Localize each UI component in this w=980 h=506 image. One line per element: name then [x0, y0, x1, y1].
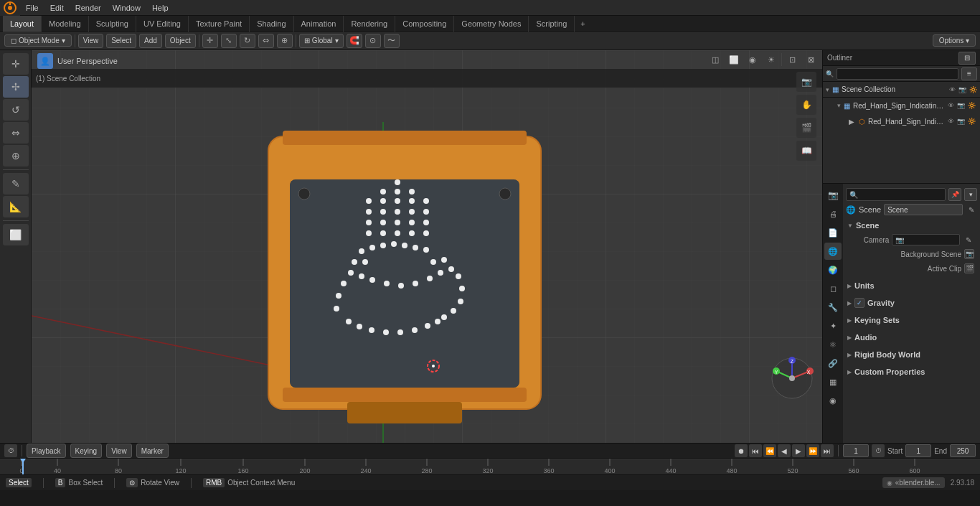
viewport-book-btn[interactable]: 📖 [796, 141, 816, 161]
add-menu[interactable]: Add [139, 34, 162, 48]
item-render-2[interactable]: 🔆 [968, 118, 976, 125]
props-constraints-icon[interactable]: 🔗 [824, 355, 842, 372]
view-dropdown[interactable]: View [106, 444, 132, 458]
scale-icon-btn[interactable]: ⇔ [258, 34, 274, 48]
tab-compositing[interactable]: Compositing [395, 16, 454, 32]
tab-layout[interactable]: Layout [3, 16, 42, 32]
jump-end-btn[interactable]: ⏭ [821, 444, 834, 457]
object-menu[interactable]: Object [165, 34, 196, 48]
end-frame-input[interactable]: 250 [950, 444, 976, 457]
menu-window[interactable]: Window [107, 0, 146, 16]
menu-edit[interactable]: Edit [44, 0, 70, 16]
annotate-tool[interactable]: ✎ [3, 173, 29, 195]
tab-modeling[interactable]: Modeling [42, 16, 89, 32]
eye-icon[interactable]: 👁 [949, 86, 956, 93]
toggle-overlay-btn[interactable]: ⊡ [783, 52, 801, 67]
transform-tool[interactable]: ⊕ [3, 145, 29, 167]
viewport-movie-btn[interactable]: 🎬 [796, 118, 816, 138]
units-section-header[interactable]: ▶ Units [846, 278, 977, 293]
measure-tool[interactable]: 📐 [3, 196, 29, 217]
viewport-3d[interactable]: 👤 User Perspective (1) Scene Collection [32, 50, 822, 443]
timeline-ruler[interactable]: 0 40 80 120 160 200 240 280 320 360 400 … [0, 459, 980, 474]
props-render-icon[interactable]: 📷 [824, 187, 842, 204]
shading-material-btn[interactable]: ◉ [744, 52, 761, 67]
outliner-search-field[interactable] [837, 68, 958, 80]
shading-wireframe-btn[interactable]: ◫ [707, 52, 724, 67]
menu-help[interactable]: Help [146, 0, 174, 16]
camera-view-btn[interactable]: 📷 [796, 72, 816, 92]
item-eye-1[interactable]: 👁 [948, 102, 954, 109]
props-viewlayer-icon[interactable]: 📄 [824, 224, 842, 241]
move-tool[interactable]: ✢ [3, 76, 29, 98]
audio-section-header[interactable]: ▶ Audio [846, 330, 977, 345]
props-physics-icon[interactable]: ⚛ [824, 336, 842, 353]
custom-props-header[interactable]: ▶ Custom Properties [846, 365, 977, 379]
marker-dropdown[interactable]: Marker [136, 444, 169, 458]
transform-dropdown[interactable]: ⊞ Global ▾ [299, 34, 344, 48]
props-modifier-icon[interactable]: 🔧 [824, 299, 842, 316]
play-btn[interactable]: ▶ [792, 444, 805, 457]
clock-btn[interactable]: ⏱ [872, 444, 885, 457]
menu-file[interactable]: File [20, 0, 44, 16]
scene-edit-btn[interactable]: ✎ [966, 204, 977, 215]
cursor-tool[interactable]: ✛ [3, 53, 29, 75]
rigid-body-header[interactable]: ▶ Rigid Body World [846, 347, 977, 362]
object-mode-dropdown[interactable]: ◻ Object Mode ▾ [4, 34, 72, 47]
camera-value[interactable]: 📷 [892, 234, 960, 245]
item-cam-2[interactable]: 📷 [957, 118, 965, 125]
keying-sets-header[interactable]: ▶ Keying Sets [846, 313, 977, 327]
item-render-1[interactable]: 🔆 [968, 102, 976, 109]
scene-section-header[interactable]: ▼ Scene [846, 218, 977, 233]
record-btn[interactable]: ⏺ [735, 444, 748, 457]
step-back-btn[interactable]: ⏪ [763, 444, 776, 457]
rotate-icon-btn[interactable]: ↻ [240, 34, 255, 48]
tab-animation[interactable]: Animation [294, 16, 344, 32]
jump-start-btn[interactable]: ⏮ [749, 444, 762, 457]
props-world-icon[interactable]: 🌍 [824, 261, 842, 278]
navigation-gizmo[interactable]: X Y Z [771, 357, 814, 400]
gravity-section-header[interactable]: ▶ ✓ Gravity [846, 296, 977, 310]
timeline-type-btn[interactable]: ⏱ [4, 444, 17, 457]
render-icon-sm[interactable]: 🔆 [969, 86, 977, 93]
item-cam-1[interactable]: 📷 [957, 102, 965, 109]
props-chevron-btn[interactable]: ▾ [964, 188, 977, 201]
props-object-icon[interactable]: ◻ [824, 280, 842, 297]
viewport-hand-btn[interactable]: ✋ [796, 95, 816, 115]
add-object-tool[interactable]: ⬜ [3, 224, 29, 245]
outliner-item-object[interactable]: ▶ ⬡ Red_Hand_Sign_Indicatin 👁 📷 🔆 [823, 113, 980, 129]
menu-render[interactable]: Render [70, 0, 107, 16]
tab-rendering[interactable]: Rendering [344, 16, 395, 32]
rotate-tool[interactable]: ↺ [3, 99, 29, 121]
pin-btn[interactable]: 📌 [948, 188, 961, 201]
cursor-icon-btn[interactable]: ✛ [202, 34, 218, 48]
item-eye-2[interactable]: 👁 [948, 118, 954, 125]
current-frame-input[interactable]: 1 [843, 444, 869, 457]
props-output-icon[interactable]: 🖨 [824, 205, 842, 222]
filter-btn[interactable]: ⊟ [958, 52, 976, 65]
tab-shading[interactable]: Shading [250, 16, 293, 32]
add-workspace-tab[interactable]: + [575, 19, 590, 28]
outliner-item-collection[interactable]: ▾ ▦ Red_Hand_Sign_Indicating_N... 👁 📷 🔆 [823, 98, 980, 113]
shading-solid-btn[interactable]: ⬜ [725, 52, 743, 67]
tab-scripting[interactable]: Scripting [529, 16, 575, 32]
view-menu[interactable]: View [78, 34, 104, 48]
play-reverse-btn[interactable]: ◀ [778, 444, 791, 457]
move-icon-btn[interactable]: ⤡ [221, 34, 237, 48]
start-frame-input[interactable]: 1 [905, 444, 931, 457]
gravity-checkbox[interactable]: ✓ [854, 298, 864, 308]
tab-uv-editing[interactable]: UV Editing [136, 16, 189, 32]
shading-rendered-btn[interactable]: ☀ [763, 52, 780, 67]
select-menu[interactable]: Select [106, 34, 136, 48]
tab-sculpting[interactable]: Sculpting [89, 16, 136, 32]
props-particles-icon[interactable]: ✦ [824, 317, 842, 334]
proportional-btn[interactable]: ⊙ [365, 34, 381, 48]
camera-edit-btn[interactable]: ✎ [963, 234, 974, 245]
scene-name-field[interactable]: Scene [884, 204, 963, 215]
toggle-xray-btn[interactable]: ⊠ [802, 52, 819, 67]
camera-icon-sm[interactable]: 📷 [958, 86, 966, 93]
props-data-icon[interactable]: ▦ [824, 373, 842, 390]
options-button[interactable]: Options ▾ [933, 34, 976, 47]
active-clip-icon-btn[interactable]: 🎬 [964, 263, 974, 273]
bg-scene-icon-btn[interactable]: 📷 [964, 249, 974, 259]
snap-btn[interactable]: 🧲 [347, 34, 362, 48]
